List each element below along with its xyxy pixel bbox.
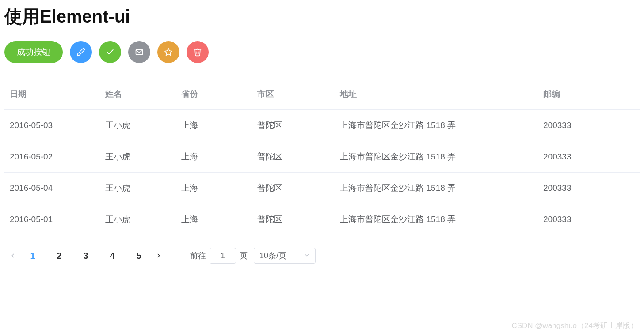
chevron-down-icon bbox=[304, 251, 310, 260]
col-zip: 邮编 bbox=[538, 79, 640, 110]
page-numbers: 12345 bbox=[10, 251, 162, 261]
page-3[interactable]: 3 bbox=[81, 251, 90, 261]
cell-district: 普陀区 bbox=[252, 141, 335, 173]
cell-province: 上海 bbox=[176, 110, 252, 141]
jumper-suffix: 页 bbox=[240, 250, 248, 261]
col-province: 省份 bbox=[176, 79, 252, 110]
cell-district: 普陀区 bbox=[252, 110, 335, 141]
page-size-label: 10条/页 bbox=[259, 250, 286, 261]
page-5[interactable]: 5 bbox=[134, 251, 143, 261]
cell-zip: 200333 bbox=[538, 173, 640, 204]
page-title: 使用Element-ui bbox=[4, 4, 640, 29]
table-row: 2016-05-03王小虎上海普陀区上海市普陀区金沙江路 1518 弄20033… bbox=[4, 110, 640, 141]
cell-province: 上海 bbox=[176, 204, 252, 235]
star-icon bbox=[164, 48, 173, 57]
jumper-prefix: 前往 bbox=[190, 250, 206, 261]
table-row: 2016-05-04王小虎上海普陀区上海市普陀区金沙江路 1518 弄20033… bbox=[4, 173, 640, 204]
mail-button[interactable] bbox=[128, 41, 150, 63]
cell-province: 上海 bbox=[176, 173, 252, 204]
col-name: 姓名 bbox=[100, 79, 176, 110]
next-page[interactable] bbox=[156, 253, 162, 259]
cell-zip: 200333 bbox=[538, 141, 640, 173]
cell-province: 上海 bbox=[176, 141, 252, 173]
table-header-row: 日期 姓名 省份 市区 地址 邮编 bbox=[4, 79, 640, 110]
cell-district: 普陀区 bbox=[252, 173, 335, 204]
cell-name: 王小虎 bbox=[100, 173, 176, 204]
cell-address: 上海市普陀区金沙江路 1518 弄 bbox=[335, 173, 538, 204]
cell-date: 2016-05-01 bbox=[4, 204, 100, 235]
data-table: 日期 姓名 省份 市区 地址 邮编 2016-05-03王小虎上海普陀区上海市普… bbox=[4, 79, 640, 235]
cell-district: 普陀区 bbox=[252, 204, 335, 235]
page-jumper: 前往 页 10条/页 bbox=[190, 248, 316, 264]
delete-button[interactable] bbox=[187, 41, 209, 63]
cell-name: 王小虎 bbox=[100, 110, 176, 141]
star-button[interactable] bbox=[157, 41, 179, 63]
button-toolbar: 成功按钮 bbox=[4, 41, 640, 74]
cell-address: 上海市普陀区金沙江路 1518 弄 bbox=[335, 141, 538, 173]
col-address: 地址 bbox=[335, 79, 538, 110]
page-size-select[interactable]: 10条/页 bbox=[254, 248, 316, 264]
edit-button[interactable] bbox=[70, 41, 92, 63]
jumper-input[interactable] bbox=[210, 248, 236, 264]
cell-date: 2016-05-04 bbox=[4, 173, 100, 204]
cell-address: 上海市普陀区金沙江路 1518 弄 bbox=[335, 204, 538, 235]
mail-icon bbox=[135, 48, 144, 57]
cell-date: 2016-05-03 bbox=[4, 110, 100, 141]
check-icon bbox=[106, 48, 114, 57]
cell-zip: 200333 bbox=[538, 110, 640, 141]
page-4[interactable]: 4 bbox=[108, 251, 117, 261]
cell-name: 王小虎 bbox=[100, 141, 176, 173]
table-row: 2016-05-01王小虎上海普陀区上海市普陀区金沙江路 1518 弄20033… bbox=[4, 204, 640, 235]
cell-date: 2016-05-02 bbox=[4, 141, 100, 173]
cell-name: 王小虎 bbox=[100, 204, 176, 235]
edit-icon bbox=[76, 48, 85, 57]
cell-zip: 200333 bbox=[538, 204, 640, 235]
col-date: 日期 bbox=[4, 79, 100, 110]
prev-page[interactable] bbox=[10, 253, 16, 259]
pagination: 12345 前往 页 10条/页 bbox=[4, 248, 640, 264]
success-button[interactable]: 成功按钮 bbox=[4, 41, 63, 63]
col-district: 市区 bbox=[252, 79, 335, 110]
svg-marker-1 bbox=[165, 49, 172, 56]
watermark: CSDN @wangshuo（24考研上岸版） bbox=[511, 321, 638, 331]
page-1[interactable]: 1 bbox=[28, 251, 37, 261]
cell-address: 上海市普陀区金沙江路 1518 弄 bbox=[335, 110, 538, 141]
delete-icon bbox=[193, 48, 202, 57]
table-row: 2016-05-02王小虎上海普陀区上海市普陀区金沙江路 1518 弄20033… bbox=[4, 141, 640, 173]
page-2[interactable]: 2 bbox=[55, 251, 64, 261]
check-button[interactable] bbox=[99, 41, 121, 63]
